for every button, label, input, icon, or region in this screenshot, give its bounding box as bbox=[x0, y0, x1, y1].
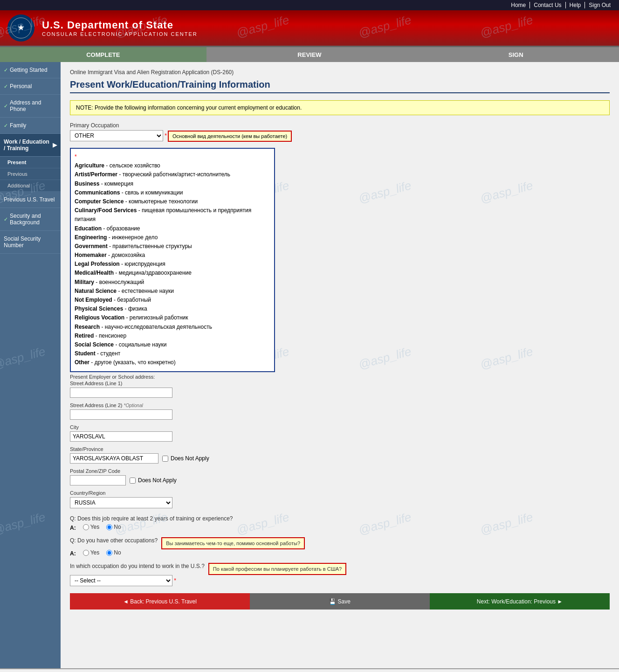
q3-label: In which occupation do you intend to wor… bbox=[70, 563, 205, 569]
sidebar-item-social-security[interactable]: Social Security Number bbox=[0, 231, 61, 254]
q2-answer-row: A: Yes No bbox=[70, 549, 610, 557]
street2-label: Street Address (Line 2) *Optional bbox=[70, 402, 610, 408]
q2-yes-option[interactable]: Yes bbox=[83, 549, 100, 556]
nav-signout[interactable]: Sign Out bbox=[585, 2, 614, 8]
occ-item-legal[interactable]: Legal Profession - юриспруденция bbox=[75, 260, 270, 269]
city-label: City bbox=[70, 424, 610, 430]
occ-item-medical[interactable]: Medical/Health - медицина/здравоохранени… bbox=[75, 269, 270, 277]
sidebar-sub-additional[interactable]: Additional bbox=[0, 180, 61, 192]
occ-item-communications[interactable]: Communications - связь и коммуникации bbox=[75, 188, 270, 197]
progress-bar: COMPLETE REVIEW SIGN bbox=[0, 47, 619, 62]
q2-no-option[interactable]: No bbox=[106, 549, 121, 556]
required-icon: * bbox=[165, 132, 167, 139]
occ-item-other[interactable]: Other - другое (указать, что конкретно) bbox=[75, 358, 270, 367]
state-dna-checkbox[interactable] bbox=[162, 456, 168, 462]
sidebar-item-security-background[interactable]: ✓ Security and Background bbox=[0, 208, 61, 231]
q1-yes-radio[interactable] bbox=[83, 524, 89, 530]
occ-item-military[interactable]: Military - военнослужащий bbox=[75, 278, 270, 287]
q1-no-option[interactable]: No bbox=[106, 524, 121, 530]
check-icon: ✓ bbox=[4, 103, 8, 109]
check-icon: ✓ bbox=[4, 67, 8, 73]
nav-help[interactable]: Help bbox=[566, 2, 585, 8]
required-star: * bbox=[75, 153, 77, 160]
sidebar-item-work-education[interactable]: Work / Education / Training ▶ bbox=[0, 134, 61, 157]
occ-item-physical-sciences[interactable]: Physical Sciences - физика bbox=[75, 305, 270, 313]
step-review[interactable]: REVIEW bbox=[206, 47, 413, 62]
q3-occupation-select[interactable]: -- Select -- bbox=[70, 575, 172, 586]
q1-label: Q: Does this job require at least 2 year… bbox=[70, 515, 610, 522]
check-icon: ✓ bbox=[4, 83, 8, 90]
employer-address-label: Present Employer or School address: bbox=[70, 374, 610, 380]
occ-item-computer-science[interactable]: Computer Science - компьютерные технолог… bbox=[75, 197, 270, 206]
a1-label: A: bbox=[70, 525, 76, 531]
occ-item-retired[interactable]: Retired - пенсионер bbox=[75, 332, 270, 340]
street1-label: Street Address (Line 1) bbox=[70, 381, 610, 386]
sidebar-item-personal[interactable]: ✓ Personal bbox=[0, 78, 61, 95]
check-icon: ✓ bbox=[4, 123, 8, 129]
occ-item-business[interactable]: Business - коммерция bbox=[75, 180, 270, 188]
q2-radio-group: Yes No bbox=[83, 549, 121, 557]
occ-item-engineering[interactable]: Engineering - инженерное дело bbox=[75, 233, 270, 242]
occ-item-natural-science[interactable]: Natural Science - естественные науки bbox=[75, 287, 270, 296]
q1-yes-option[interactable]: Yes bbox=[83, 524, 100, 530]
occ-item-social-science[interactable]: Social Science - социальные науки bbox=[75, 340, 270, 349]
back-button[interactable]: ◄ Back: Previous U.S. Travel bbox=[70, 593, 250, 610]
sidebar-item-getting-started[interactable]: ✓ Getting Started bbox=[0, 62, 61, 78]
occ-item-student[interactable]: Student - студент bbox=[75, 349, 270, 358]
dept-subtitle: CONSULAR ELECTRONIC APPLICATION CENTER bbox=[42, 31, 198, 37]
occ-item-research[interactable]: Research - научно-исследовательская деят… bbox=[75, 323, 270, 332]
step-sign[interactable]: SIGN bbox=[413, 47, 619, 62]
state-input[interactable] bbox=[70, 453, 158, 464]
occ-item-education[interactable]: Education - образование bbox=[75, 224, 270, 233]
q3-tooltip: По какой профессии вы планируете работат… bbox=[208, 563, 346, 575]
page-title: Present Work/Education/Training Informat… bbox=[70, 79, 610, 93]
check-icon: ✓ bbox=[4, 216, 8, 222]
country-label: Country/Region bbox=[70, 490, 610, 496]
employer-address-section: Present Employer or School address: Stre… bbox=[70, 374, 610, 508]
occ-item-homemaker[interactable]: Homemaker - домохозяйка bbox=[75, 251, 270, 260]
sidebar-item-previous-us-travel[interactable]: Previous U.S. Travel bbox=[0, 192, 61, 208]
postal-row-inner: Does Not Apply bbox=[70, 475, 610, 485]
occ-item-not-employed[interactable]: Not Employed - безработный bbox=[75, 296, 270, 305]
q2-yes-radio[interactable] bbox=[83, 550, 89, 556]
bottom-nav: ◄ Back: Previous U.S. Travel 💾 Save Next… bbox=[70, 593, 610, 610]
sidebar-sub-previous[interactable]: Previous bbox=[0, 168, 61, 180]
q3-row: In which occupation do you intend to wor… bbox=[70, 563, 610, 586]
content-area: Online Immigrant Visa and Alien Registra… bbox=[61, 62, 619, 668]
q1-radio-group: Yes No bbox=[83, 524, 121, 532]
occ-item-culinary[interactable]: Culinary/Food Services - пищевая промышл… bbox=[75, 206, 270, 224]
q1-row: Q: Does this job require at least 2 year… bbox=[70, 515, 610, 532]
postal-dna-checkbox[interactable] bbox=[130, 478, 136, 484]
country-select[interactable]: RUSSIA bbox=[70, 497, 172, 508]
q1-no-radio[interactable] bbox=[106, 524, 112, 530]
postal-input[interactable] bbox=[70, 475, 126, 485]
occ-item-religious[interactable]: Religious Vocation - религиозный работни… bbox=[75, 313, 270, 322]
sidebar-sub-present[interactable]: Present bbox=[0, 157, 61, 168]
header: ★ U.S. Department of State CONSULAR ELEC… bbox=[0, 10, 619, 47]
save-button[interactable]: 💾 Save bbox=[250, 593, 430, 610]
next-button[interactable]: Next: Work/Education: Previous ► bbox=[430, 593, 610, 610]
occ-item-government[interactable]: Government - правительственные структуры bbox=[75, 242, 270, 251]
city-input[interactable] bbox=[70, 431, 172, 442]
postal-label: Postal Zone/ZIP Code bbox=[70, 468, 610, 474]
primary-occupation-select[interactable]: OTHER bbox=[70, 130, 163, 141]
nav-contact[interactable]: Contact Us bbox=[530, 2, 565, 8]
a2-label: A: bbox=[70, 550, 76, 557]
q2-no-radio[interactable] bbox=[106, 550, 112, 556]
note-box: NOTE: Provide the following information … bbox=[70, 100, 610, 115]
header-title: U.S. Department of State CONSULAR ELECTR… bbox=[42, 19, 198, 37]
street1-input[interactable] bbox=[70, 388, 172, 398]
occ-item-artist[interactable]: Artist/Performer - творческий работник/а… bbox=[75, 170, 270, 179]
top-nav: Home Contact Us Help Sign Out bbox=[0, 0, 619, 10]
street2-input[interactable] bbox=[70, 409, 172, 420]
city-row: City bbox=[70, 424, 610, 442]
step-complete[interactable]: COMPLETE bbox=[0, 47, 206, 62]
q1-answer-row: A: Yes No bbox=[70, 524, 610, 532]
occ-item-agriculture[interactable]: Agriculture - сельское хозяйство bbox=[75, 161, 270, 170]
nav-home[interactable]: Home bbox=[507, 2, 530, 8]
sidebar-item-address-phone[interactable]: ✓ Address and Phone bbox=[0, 95, 61, 118]
postal-row: Postal Zone/ZIP Code Does Not Apply bbox=[70, 468, 610, 485]
occupation-tooltip: Основной вид деятельности (кем вы работа… bbox=[168, 131, 292, 142]
sidebar-item-family[interactable]: ✓ Family bbox=[0, 118, 61, 134]
dos-seal-icon: ★ bbox=[7, 14, 35, 42]
